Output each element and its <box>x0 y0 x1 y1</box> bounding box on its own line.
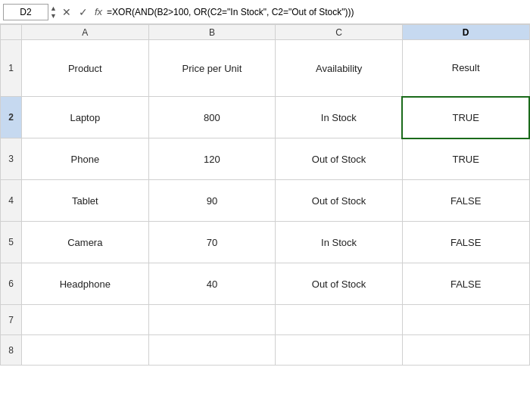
name-box-spinners: ▲ ▼ <box>50 5 57 20</box>
cell-c4[interactable]: Out of Stock <box>276 180 403 222</box>
cancel-formula-btn[interactable]: ✕ <box>60 6 73 18</box>
formula-bar: D2 ▲ ▼ ✕ ✓ fx <box>0 0 530 24</box>
table-row: 5 Camera 70 In Stock FALSE <box>1 222 530 263</box>
cell-b1[interactable]: Price per Unit <box>148 40 276 97</box>
table-row: 8 <box>1 335 530 366</box>
table-row: 2 Laptop 800 In Stock TRUE <box>1 97 530 138</box>
cell-a6[interactable]: Headphone <box>22 263 149 305</box>
cell-a3[interactable]: Phone <box>22 138 149 180</box>
column-headers: A B C D <box>1 25 530 40</box>
spin-down[interactable]: ▼ <box>50 12 57 20</box>
cell-c7[interactable] <box>276 305 403 335</box>
cell-d7[interactable] <box>402 305 529 335</box>
table-row: 1 Product Price per Unit Availability Re… <box>1 40 530 97</box>
cell-a8[interactable] <box>22 335 149 366</box>
col-header-d[interactable]: D <box>402 25 529 40</box>
cell-c1[interactable]: Availability <box>276 40 403 97</box>
cell-d3[interactable]: TRUE <box>402 138 529 180</box>
cell-d4[interactable]: FALSE <box>402 180 529 222</box>
cell-d5[interactable]: FALSE <box>402 222 529 263</box>
cell-a1[interactable]: Product <box>22 40 149 97</box>
col-header-b[interactable]: B <box>148 25 276 40</box>
formula-bar-buttons: ✕ ✓ <box>60 6 90 18</box>
spin-up[interactable]: ▲ <box>50 5 57 12</box>
row-number: 6 <box>1 263 22 305</box>
col-header-c[interactable]: C <box>276 25 403 40</box>
cell-b5[interactable]: 70 <box>148 222 276 263</box>
confirm-formula-btn[interactable]: ✓ <box>76 6 90 18</box>
row-number: 5 <box>1 222 22 263</box>
name-box[interactable]: D2 <box>3 4 48 20</box>
row-number: 3 <box>1 138 22 180</box>
cell-d1[interactable]: Result <box>402 40 529 97</box>
cell-a2[interactable]: Laptop <box>22 97 149 138</box>
cell-a7[interactable] <box>22 305 149 335</box>
row-number: 2 <box>1 97 22 138</box>
cell-a5[interactable]: Camera <box>22 222 149 263</box>
table-row: 7 <box>1 305 530 335</box>
cell-d6[interactable]: FALSE <box>402 263 529 305</box>
cell-c5[interactable]: In Stock <box>276 222 403 263</box>
cell-b2[interactable]: 800 <box>148 97 276 138</box>
cell-c8[interactable] <box>276 335 403 366</box>
cell-b4[interactable]: 90 <box>148 180 276 222</box>
spreadsheet: A B C D 1 Product Price per Unit Availab… <box>0 24 530 366</box>
row-number: 8 <box>1 335 22 366</box>
cell-reference: D2 <box>20 7 31 17</box>
formula-input[interactable] <box>107 4 527 20</box>
cell-c3[interactable]: Out of Stock <box>276 138 403 180</box>
corner-cell <box>1 25 22 40</box>
table-row: 3 Phone 120 Out of Stock TRUE <box>1 138 530 180</box>
cell-c2[interactable]: In Stock <box>276 97 403 138</box>
cell-b7[interactable] <box>148 305 276 335</box>
cell-a4[interactable]: Tablet <box>22 180 149 222</box>
row-number: 7 <box>1 305 22 335</box>
cell-d2[interactable]: TRUE <box>402 97 529 138</box>
fx-label: fx <box>95 6 102 17</box>
cell-b6[interactable]: 40 <box>148 263 276 305</box>
table-row: 4 Tablet 90 Out of Stock FALSE <box>1 180 530 222</box>
row-number: 1 <box>1 40 22 97</box>
cell-b8[interactable] <box>148 335 276 366</box>
col-header-a[interactable]: A <box>22 25 149 40</box>
row-number: 4 <box>1 180 22 222</box>
cell-b3[interactable]: 120 <box>148 138 276 180</box>
cell-d8[interactable] <box>402 335 529 366</box>
table-row: 6 Headphone 40 Out of Stock FALSE <box>1 263 530 305</box>
cell-c6[interactable]: Out of Stock <box>276 263 403 305</box>
